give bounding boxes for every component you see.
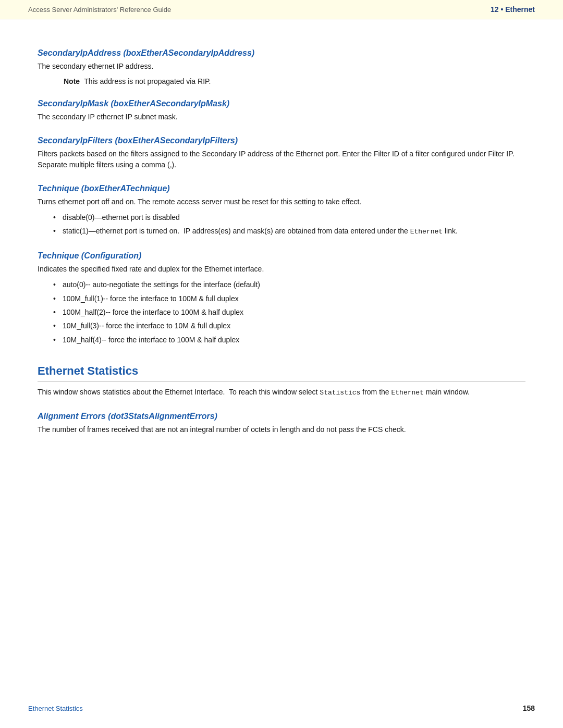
subsection-alignment-errors: Alignment Errors (dot3StatsAlignmentErro… (38, 412, 525, 435)
major-section-intro: This window shows statistics about the E… (38, 387, 525, 398)
header-guide-title: Access Server Administrators' Reference … (28, 6, 171, 14)
section-heading-technique-configuration: Technique (Configuration) (38, 251, 525, 261)
section-heading-secondary-ip-filters: SecondaryIpFilters (boxEtherASecondaryIp… (38, 136, 525, 145)
section-technique-configuration: Technique (Configuration) Indicates the … (38, 251, 525, 346)
section-body-secondary-ip-address: The secondary ethernet IP address. (38, 61, 525, 72)
list-item: 10M_full(3)-- force the interface to 10M… (53, 320, 525, 331)
section-body-technique-boxetherAtechnique: Turns ethernet port off and on. The remo… (38, 196, 525, 207)
section-body-secondary-ip-filters: Filters packets based on the filters ass… (38, 149, 525, 170)
section-heading-secondary-ip-address: SecondaryIpAddress (boxEtherASecondaryIp… (38, 48, 525, 58)
note-text: This address is not propagated via RIP. (84, 77, 211, 85)
major-section-ethernet-statistics: Ethernet Statistics This window shows st… (38, 364, 525, 435)
monospace-text: Ethernet (410, 228, 443, 236)
page-content: SecondaryIpAddress (boxEtherASecondaryIp… (0, 19, 563, 470)
bullet-list-technique-boxetherAtechnique: disable(0)—ethernet port is disabled sta… (53, 212, 525, 238)
list-item: static(1)—ethernet port is turned on. IP… (53, 225, 525, 238)
section-secondary-ip-mask: SecondaryIpMask (boxEtherASecondaryIpMas… (38, 99, 525, 122)
section-heading-secondary-ip-mask: SecondaryIpMask (boxEtherASecondaryIpMas… (38, 99, 525, 108)
section-secondary-ip-filters: SecondaryIpFilters (boxEtherASecondaryIp… (38, 136, 525, 170)
footer-section-name: Ethernet Statistics (28, 705, 83, 712)
monospace-ethernet: Ethernet (391, 389, 424, 397)
subsection-heading-alignment-errors: Alignment Errors (dot3StatsAlignmentErro… (38, 412, 525, 421)
section-heading-technique-boxetherAtechnique: Technique (boxEtherATechnique) (38, 184, 525, 193)
major-section-heading: Ethernet Statistics (38, 364, 525, 381)
bullet-list-technique-configuration: auto(0)-- auto-negotiate the settings fo… (53, 279, 525, 346)
subsection-body-alignment-errors: The number of frames received that are n… (38, 424, 525, 435)
section-body-technique-configuration: Indicates the specified fixed rate and d… (38, 264, 525, 275)
header-chapter: 12 • Ethernet (491, 5, 535, 14)
list-item: disable(0)—ethernet port is disabled (53, 212, 525, 223)
section-technique-boxetherAtechnique: Technique (boxEtherATechnique) Turns eth… (38, 184, 525, 238)
page-header: Access Server Administrators' Reference … (0, 0, 563, 19)
footer-page-number: 158 (523, 704, 535, 712)
list-item: 100M_full(1)-- force the interface to 10… (53, 293, 525, 304)
note-label: Note (64, 77, 80, 85)
monospace-statistics: Statistics (320, 389, 360, 397)
section-secondary-ip-address: SecondaryIpAddress (boxEtherASecondaryIp… (38, 48, 525, 85)
section-body-secondary-ip-mask: The secondary IP ethernet IP subnet mask… (38, 112, 525, 122)
note-block: Note This address is not propagated via … (64, 77, 525, 85)
list-item: 100M_half(2)-- force the interface to 10… (53, 306, 525, 318)
page-footer: Ethernet Statistics 158 (0, 704, 563, 712)
list-item: auto(0)-- auto-negotiate the settings fo… (53, 279, 525, 290)
list-item: 10M_half(4)-- force the interface to 100… (53, 334, 525, 346)
